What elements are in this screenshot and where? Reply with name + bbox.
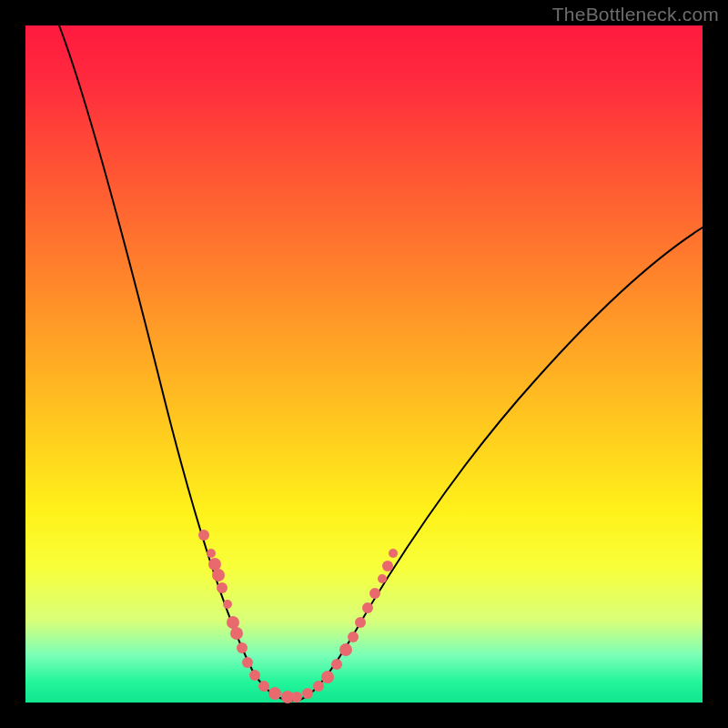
watermark-text: TheBottleneck.com [552, 4, 719, 25]
dot [362, 602, 373, 613]
dot [339, 643, 352, 656]
dot [369, 588, 380, 599]
bottleneck-curve [25, 25, 703, 703]
dot [302, 688, 313, 699]
dot [249, 670, 260, 681]
dot [258, 681, 269, 692]
dot [198, 530, 209, 541]
dot [207, 549, 216, 558]
dot [348, 632, 359, 642]
dot [389, 549, 398, 558]
dot [212, 569, 225, 581]
dot [291, 692, 302, 703]
dot [331, 659, 342, 670]
dot [242, 657, 253, 668]
dot [268, 687, 281, 700]
dot [378, 574, 387, 583]
dot [321, 671, 334, 683]
dot [313, 681, 324, 692]
dot [355, 617, 366, 628]
dot [237, 642, 248, 653]
dot [208, 558, 221, 571]
curve-path [59, 25, 703, 701]
dot [223, 600, 232, 609]
highlight-dots [198, 530, 398, 703]
dot [227, 616, 239, 629]
dot [217, 582, 228, 593]
plot-area [25, 25, 703, 703]
outer-frame: TheBottleneck.com [0, 0, 728, 728]
dot [382, 561, 393, 571]
dot [230, 627, 243, 640]
